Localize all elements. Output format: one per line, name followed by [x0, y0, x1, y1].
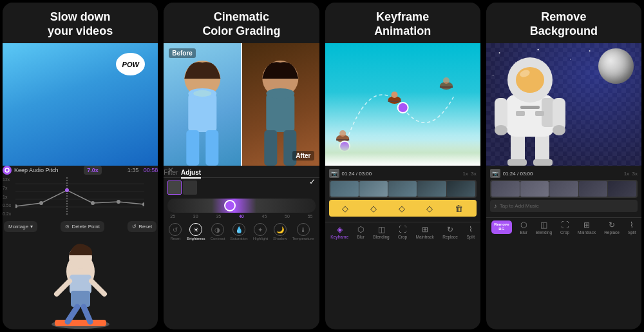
- brightness-icon: ☀: [189, 223, 202, 236]
- reset-icon: ↺: [169, 223, 182, 236]
- clip-5: [447, 181, 475, 197]
- close-icon[interactable]: ✕: [167, 166, 174, 175]
- p4-blending-tool[interactable]: ◫ Blending: [536, 220, 552, 235]
- snow-mountain: [325, 140, 480, 166]
- p4-track[interactable]: [490, 180, 638, 198]
- replace-tool[interactable]: ↻ Replace: [442, 225, 458, 239]
- shadow-item[interactable]: 🌙 Shadow: [273, 223, 287, 240]
- split-tool[interactable]: ⌇ Split: [466, 225, 475, 239]
- maintrack-tool[interactable]: ⊞ Maintrack: [416, 225, 434, 239]
- panel-2-content: Before After ✕ Filter Adjust ✓ 25 30: [164, 43, 319, 329]
- p4-split-icon: ⌇: [630, 220, 634, 229]
- p4-clip-2: [520, 181, 549, 197]
- timeline-area: 📷 01:24 / 03:00 1x 3x ◇ ◇ ◇ ◇ 🗑: [325, 166, 480, 222]
- before-after-divider: [241, 43, 242, 166]
- skater-figure: [39, 220, 122, 329]
- svg-line-5: [57, 281, 70, 294]
- p4-split-tool[interactable]: ⌇ Split: [628, 220, 636, 235]
- astronaut-figure: [491, 46, 569, 166]
- svg-point-57: [495, 125, 507, 135]
- slider-thumb[interactable]: [224, 200, 236, 211]
- highlight-item[interactable]: ✦ Highlight: [253, 223, 268, 240]
- speed-header: Keep Audio Pitch 7.0x 1:35 00:58: [3, 166, 158, 175]
- blending-tool[interactable]: ◫ Blending: [373, 225, 389, 239]
- reset-item[interactable]: ↺ Reset: [169, 223, 182, 240]
- svg-rect-29: [266, 93, 294, 132]
- svg-point-37: [391, 92, 397, 98]
- confirm-icon[interactable]: ✓: [309, 177, 316, 186]
- svg-line-9: [84, 307, 90, 322]
- svg-rect-52: [533, 159, 553, 166]
- svg-line-8: [68, 307, 77, 322]
- snowboarder-2: [388, 92, 401, 104]
- audio-icon: [5, 168, 10, 173]
- blur-icon: ⬡: [357, 225, 364, 234]
- svg-rect-4: [71, 291, 90, 307]
- skater-scene: POW: [3, 43, 158, 166]
- yb-icon-4[interactable]: ◇: [426, 204, 433, 213]
- blending-icon: ◫: [378, 225, 385, 234]
- p4-clip-3: [549, 181, 578, 197]
- bottom-toolbar: ◈ Keyframe ⬡ Blur ◫ Blending ⛶ Crop ⊞ Ma…: [325, 222, 480, 242]
- p4-crop-tool[interactable]: ⛶ Crop: [560, 220, 569, 235]
- contrast-icon: ◑: [211, 223, 224, 236]
- keyframe-tool[interactable]: ◈ Keyframe: [330, 225, 348, 239]
- panel-4-title: RemoveBackground: [486, 3, 641, 43]
- p4-blur-tool[interactable]: ⬡ Blur: [520, 220, 527, 235]
- temperature-icon: 🌡: [297, 223, 310, 236]
- p4-camera-icon: 📷: [490, 169, 500, 178]
- crop-icon: ⛶: [399, 225, 406, 234]
- saturation-item[interactable]: 💧 Saturation: [230, 223, 247, 240]
- filter-tabs-row: ✕ Filter Adjust ✓: [164, 166, 319, 178]
- montage-button[interactable]: Montage ▾: [4, 221, 37, 232]
- speed-slider[interactable]: [167, 199, 315, 213]
- svg-point-15: [15, 204, 17, 208]
- svg-point-19: [117, 200, 120, 204]
- svg-point-40: [442, 77, 449, 84]
- p4-maintrack-tool[interactable]: ⊞ Maintrack: [578, 220, 596, 235]
- grid-thumb-1[interactable]: [167, 181, 182, 195]
- filter-tabs: Filter Adjust: [164, 166, 319, 177]
- reset-button[interactable]: ↺ Reset: [128, 221, 156, 232]
- adjust-tab[interactable]: Adjust: [181, 169, 201, 179]
- p4-replace-tool[interactable]: ↻ Replace: [604, 220, 620, 235]
- clip-4: [417, 181, 446, 197]
- brightness-item[interactable]: ☀ Brightness: [187, 223, 205, 240]
- yb-icon-5[interactable]: 🗑: [455, 204, 463, 213]
- yb-icon-1[interactable]: ◇: [342, 204, 348, 213]
- p4-maintrack-icon: ⊞: [583, 220, 590, 229]
- remove-bg-tool[interactable]: RemoveBG: [491, 220, 511, 235]
- panel-keyframe: KeyframeAnimation: [325, 3, 480, 329]
- color-scene: Before After: [164, 43, 319, 166]
- yb-icon-3[interactable]: ◇: [399, 204, 405, 213]
- woman-before: [164, 43, 242, 166]
- contrast-item[interactable]: ◑ Contrast: [211, 223, 225, 240]
- music-note-icon: ♪: [494, 202, 497, 210]
- keep-audio-pitch: Keep Audio Pitch: [3, 166, 59, 175]
- svg-point-34: [339, 130, 346, 137]
- p4-blending-icon: ◫: [540, 220, 547, 229]
- slider-numbers: 25 30 35 40 45 50 55: [167, 213, 315, 220]
- remove-bg-btn[interactable]: RemoveBG: [491, 220, 511, 233]
- temperature-item[interactable]: 🌡 Temperature: [292, 223, 314, 240]
- blur-tool[interactable]: ⬡ Blur: [357, 225, 365, 239]
- panel-3-content: 📷 01:24 / 03:00 1x 3x ◇ ◇ ◇ ◇ 🗑: [325, 43, 480, 329]
- yb-icon-2[interactable]: ◇: [370, 204, 377, 213]
- crop-tool[interactable]: ⛶ Crop: [398, 225, 407, 239]
- timeline-track[interactable]: [329, 180, 477, 198]
- p4-time-display: 01:24 / 03:00: [503, 171, 533, 177]
- music-bar[interactable]: ♪ Tap to Add Music: [490, 200, 638, 212]
- panel-1-content: POW: [3, 43, 158, 329]
- panel-slow-down: Slow downyour videos POW: [3, 3, 158, 329]
- slider-area: 25 30 35 40 45 50 55: [164, 197, 319, 221]
- grid-thumb-2[interactable]: [183, 181, 197, 195]
- svg-point-27: [194, 90, 212, 97]
- svg-point-46: [589, 50, 590, 52]
- svg-rect-63: [535, 111, 544, 116]
- maintrack-icon: ⊞: [422, 225, 428, 234]
- speed-value: 7.0x: [84, 166, 102, 175]
- p4-crop-icon: ⛶: [561, 220, 569, 229]
- svg-point-45: [570, 59, 571, 59]
- adjust-icons-row: ↺ Reset ☀ Brightness ◑ Contrast 💧 Satura…: [164, 221, 319, 242]
- p4-clip-1: [491, 181, 520, 197]
